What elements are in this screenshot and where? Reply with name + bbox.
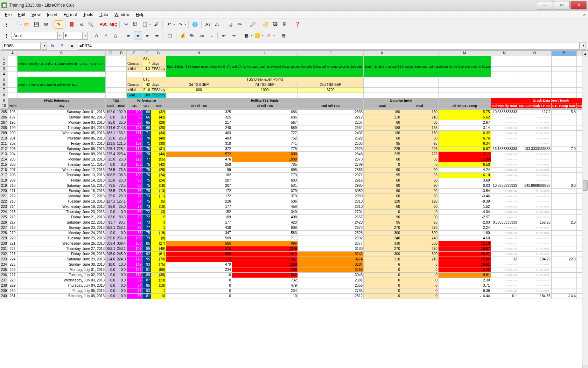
menu-window[interactable]: Window (112, 12, 132, 18)
table-row[interactable]: 223214Wednesday, June 19, 201325.025.077… (0, 204, 582, 210)
menu-tools[interactable]: Tools (80, 12, 96, 18)
align-center-icon[interactable]: ≡ (134, 32, 142, 40)
table-row[interactable]: 232223Friday, June 28, 2013245.0245.0162… (0, 252, 582, 257)
table-row[interactable]: 234225Sunday, June 30, 201310.010.014993… (0, 262, 582, 267)
align-right-icon[interactable]: ≡ (143, 32, 152, 40)
bgcolor-icon[interactable]: 🟨 (253, 32, 262, 40)
hyperlink-icon[interactable]: 🌐 (191, 20, 199, 29)
maximize-button[interactable]: ▭ (554, 1, 570, 9)
equals-icon[interactable]: = (68, 42, 76, 50)
table-row[interactable]: 213204Sunday, June 09, 2013225.4225.4133… (0, 152, 582, 157)
table-row[interactable]: 230221Wednesday, June 26, 2013309.4309.4… (0, 241, 582, 246)
remove-decimal-icon[interactable]: .0 (207, 32, 215, 40)
col-header[interactable]: E (127, 51, 142, 56)
name-box-input[interactable] (2, 42, 41, 50)
font-size-input[interactable] (63, 32, 83, 40)
help-icon[interactable]: ❓ (293, 20, 302, 29)
email-icon[interactable]: ✉ (42, 20, 50, 29)
menu-edit[interactable]: Edit (15, 12, 28, 18)
gallery-icon[interactable]: 🖼 (271, 20, 279, 29)
col-header[interactable]: H (166, 51, 232, 56)
format-paintbrush-icon[interactable]: 🖌 (152, 20, 160, 29)
table-row[interactable]: 210201Thursday, June 06, 201325.025.0997… (0, 136, 582, 141)
add-decimal-icon[interactable]: .00 (197, 32, 206, 40)
table-row[interactable]: 240231Saturday, July 06, 20130.00.063811… (0, 294, 582, 299)
col-header[interactable]: L (401, 51, 438, 56)
underline-icon[interactable]: A (111, 32, 120, 40)
export-pdf-icon[interactable]: 📕 (68, 20, 76, 29)
merge-cells-icon[interactable]: ⬚ (166, 32, 174, 40)
col-header[interactable]: J (298, 51, 363, 56)
document-close-icon[interactable]: × (583, 12, 586, 18)
minimize-button[interactable]: — (537, 1, 553, 9)
table-row[interactable]: 239230Friday, July 05, 20130.00.07383102… (0, 288, 582, 294)
table-row[interactable]: 209200Wednesday, June 05, 2013163.1163.1… (0, 131, 582, 136)
table-row[interactable]: 229220Tuesday, June 25, 2013256.0256.010… (0, 236, 582, 241)
copy-icon[interactable]: ⿻ (131, 20, 140, 29)
table-row[interactable]: 233224Saturday, June 29, 2013224.0224.01… (0, 257, 582, 262)
scroll-up-icon[interactable]: ▲ (582, 50, 588, 56)
paste-icon[interactable]: 📋 (141, 20, 149, 29)
table-row[interactable]: 238229Thursday, July 04, 20130.00.08485(… (0, 283, 582, 288)
col-header[interactable]: F (142, 51, 151, 56)
table-row[interactable]: 212203Saturday, June 08, 2013225.4225.41… (0, 146, 582, 152)
col-header[interactable]: C (105, 51, 116, 56)
handle-icon[interactable]: ⋮ (2, 20, 10, 29)
menu-file[interactable]: File (2, 12, 14, 18)
font-name-input[interactable] (12, 32, 57, 40)
spreadsheet-grid[interactable]: AB CD EF GH IJ KL MN OP QR S 1 Step 1-Mo… (0, 50, 582, 299)
select-all-corner[interactable] (0, 51, 8, 56)
col-header[interactable]: I (232, 51, 298, 56)
formula-input[interactable] (78, 42, 580, 50)
table-row[interactable]: 222213Tuesday, June 18, 2013127.1127.184… (0, 199, 582, 204)
table-row[interactable]: 227218Sunday, June 23, 2013253.1253.1967… (0, 225, 582, 231)
table-row[interactable]: 218209Friday, June 14, 201325.025.09075(… (0, 178, 582, 183)
percent-icon[interactable]: % (188, 32, 196, 40)
table-row[interactable]: 228219Monday, June 24, 20130.00.08375(19… (0, 231, 582, 236)
col-header[interactable]: M (438, 51, 491, 56)
table-row[interactable]: 235226Monday, July 01, 20130.00.012991(5… (0, 267, 582, 273)
chart-icon[interactable]: 📊 (226, 20, 234, 29)
formula-expand[interactable]: ▾ (581, 42, 586, 50)
spellcheck-icon[interactable]: ABC (99, 20, 108, 29)
find-icon[interactable]: 🔎 (248, 20, 257, 29)
italic-icon[interactable]: A (102, 32, 110, 40)
print-icon[interactable]: 🖨 (77, 20, 85, 29)
table-row[interactable]: 206197Sunday, June 02, 20130.00.09566(42… (0, 115, 582, 120)
new-doc-icon[interactable]: 📄 (12, 20, 20, 29)
align-left-icon[interactable]: ≡ (124, 32, 133, 40)
autospell-icon[interactable]: AB̲C̲ (109, 20, 117, 29)
table-row[interactable]: 226217Saturday, June 22, 201393.793.7727… (0, 220, 582, 225)
menu-insert[interactable]: Insert (44, 12, 60, 18)
col-header[interactable]: N (491, 51, 518, 56)
menu-format[interactable]: Format (61, 12, 80, 18)
col-header[interactable]: A (8, 51, 18, 56)
currency-icon[interactable]: 💰 (178, 32, 187, 40)
table-row[interactable]: 236227Tuesday, July 02, 20130.00.011289(… (0, 273, 582, 278)
sort-asc-icon[interactable]: A↓ (204, 20, 212, 29)
vertical-scrollbar[interactable]: ▲ ▼ (582, 50, 588, 368)
col-header[interactable]: O (518, 51, 552, 56)
table-row[interactable]: 220211Sunday, June 16, 201373.573.58675(… (0, 189, 582, 194)
col-header[interactable]: G (151, 51, 166, 56)
print-preview-icon[interactable]: 🔍 (86, 20, 95, 29)
table-row[interactable]: 225216Friday, June 21, 201383.683.669725… (0, 215, 582, 220)
table-row[interactable]: 214205Monday, June 10, 201325.025.011977… (0, 157, 582, 162)
table-row[interactable]: 215206Tuesday, June 11, 20130.00.010375(… (0, 162, 582, 168)
table-row[interactable]: 237228Wednesday, July 03, 20130.00.09787… (0, 278, 582, 283)
bold-icon[interactable]: A (92, 32, 101, 40)
table-row[interactable]: 221212Monday, June 17, 201325.025.07873(… (0, 194, 582, 199)
edit-doc-icon[interactable]: ✎ (55, 20, 63, 29)
show-draw-icon[interactable]: ✏ (236, 20, 244, 29)
name-box-dropdown[interactable]: ▾ (42, 42, 47, 50)
increase-indent-icon[interactable]: ⇥ (229, 32, 238, 40)
table-row[interactable]: 231222Thursday, June 27, 2013253.1253.11… (0, 246, 582, 252)
save-icon[interactable]: 💾 (32, 20, 41, 29)
borders-icon[interactable]: ▦ (242, 32, 251, 40)
table-row[interactable]: 207198Monday, June 03, 201325.025.08565(… (0, 120, 582, 125)
sort-desc-icon[interactable]: Z↓ (213, 20, 222, 29)
align-justify-icon[interactable]: ≣ (153, 32, 161, 40)
alignment-grid-icon[interactable]: ▤ (279, 32, 288, 40)
col-header[interactable]: D (116, 51, 127, 56)
undo-icon[interactable]: ↶ (165, 20, 173, 29)
